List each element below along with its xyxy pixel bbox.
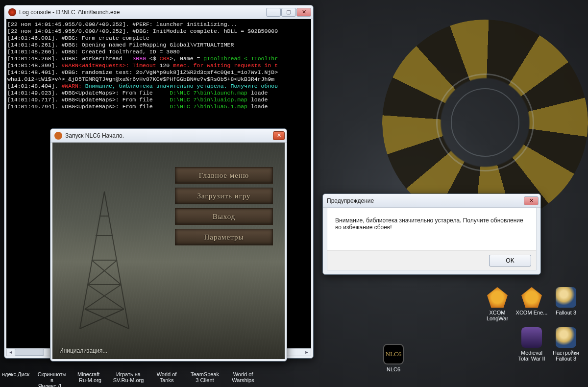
desktop-icon-label: XCOM LongWar (480, 310, 514, 321)
warning-title: Предупреждение (327, 197, 524, 204)
launcher-menu-item-1[interactable]: Загрузить игру (175, 188, 273, 204)
taskbar-item-3[interactable]: Играть на SV.Ru-M.org (113, 371, 144, 383)
taskbar-item-5[interactable]: TeamSpeak 3 Client (189, 371, 220, 383)
warning-titlebar[interactable]: Предупреждение ✕ (323, 194, 540, 208)
taskbar-item-4[interactable]: World of Tanks (151, 371, 182, 383)
launcher-art-tower (70, 182, 139, 329)
desktop-icon-1[interactable]: XCOM Ene... (514, 287, 549, 325)
app-icon (521, 327, 542, 348)
taskbar-item-0[interactable]: ндекс.Диск (2, 371, 29, 377)
warning-close-button[interactable]: ✕ (524, 196, 539, 205)
launcher-close-button[interactable]: ✕ (273, 131, 285, 140)
warning-ok-button[interactable]: OK (489, 255, 531, 266)
desktop-icon-4[interactable]: Medieval Total War II (514, 327, 549, 365)
desktop-icons-area: Fallout 3XCOM Ene...XCOM LongWarНастройк… (480, 287, 583, 365)
console-minimize-button[interactable]: — (266, 8, 281, 17)
launcher-body: Главное менюЗагрузить игруВыходПараметры… (52, 143, 285, 359)
console-title: Log console - D:\NLC 7\bin\launch.exe (19, 9, 266, 16)
desktop-icon-label: Medieval Total War II (514, 350, 549, 362)
desktop-icon-label: Настройки Fallout 3 (549, 350, 583, 362)
warning-button-row: OK (327, 250, 536, 270)
console-close-button[interactable]: ✕ (296, 8, 311, 17)
desktop-icon-label: XCOM Ene... (516, 310, 548, 315)
desktop-icon-0[interactable]: Fallout 3 (549, 287, 583, 325)
launcher-menu-item-2[interactable]: Выход (175, 208, 273, 225)
launcher-title: Запуск NLC6 Начало. (65, 132, 273, 139)
warning-message-text: Внимание, библиотека значительно устарел… (327, 208, 536, 250)
scroll-right-arrow-icon[interactable]: ► (303, 349, 311, 356)
taskbar-item-2[interactable]: Minecraft - Ru-M.org (74, 371, 106, 383)
warning-dialog: Предупреждение ✕ Внимание, библиотека зн… (322, 194, 541, 275)
launcher-menu: Главное менюЗагрузить игруВыходПараметры (175, 167, 273, 245)
taskbar: ндекс.ДискСкриншоты в Яндекс.Д...Minecra… (0, 370, 588, 387)
scroll-thumb[interactable] (15, 349, 44, 356)
desktop-icon-label: Fallout 3 (556, 310, 576, 315)
desktop-icon-nlc6[interactable]: NLC6 NLC6 (383, 344, 404, 372)
console-titlebar[interactable]: Log console - D:\NLC 7\bin\launch.exe — … (4, 5, 313, 19)
scroll-left-arrow-icon[interactable]: ◄ (7, 349, 15, 356)
taskbar-item-6[interactable]: World of Warships (227, 371, 259, 383)
console-maximize-button[interactable]: ▢ (281, 8, 296, 17)
app-icon (521, 287, 542, 308)
desktop-icon-2[interactable]: XCOM LongWar (480, 287, 514, 325)
console-icon (8, 8, 16, 16)
launcher-menu-item-3[interactable]: Параметры (175, 229, 273, 245)
warning-body: Внимание, библиотека значительно устарел… (327, 208, 537, 270)
nlc6-icon: NLC6 (383, 344, 404, 364)
launcher-icon (54, 132, 62, 140)
desktop-icon-3[interactable]: Настройки Fallout 3 (549, 327, 583, 365)
taskbar-item-1[interactable]: Скриншоты в Яндекс.Д... (36, 371, 68, 387)
launcher-menu-item-0[interactable]: Главное меню (175, 167, 273, 184)
app-icon (487, 287, 508, 308)
game-launcher-window: Запуск NLC6 Начало. ✕ Главное менюЗагруз… (50, 128, 287, 362)
launcher-titlebar[interactable]: Запуск NLC6 Начало. ✕ (50, 129, 287, 143)
app-icon (556, 287, 576, 308)
app-icon (556, 327, 576, 348)
launcher-status-text: Инициализация... (59, 347, 107, 354)
